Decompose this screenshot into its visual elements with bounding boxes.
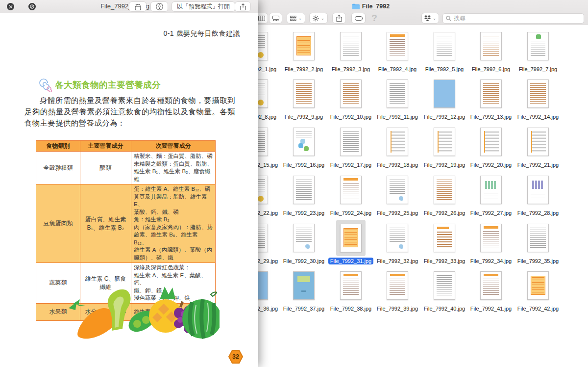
file-name-label: File_7992_17.jpg: [328, 161, 373, 168]
file-name-label: File_7992_19.jpg: [422, 161, 467, 168]
file-thumbnail: [476, 220, 506, 256]
file-item[interactable]: File_7992_37.jpg: [282, 267, 326, 312]
close-button[interactable]: [7, 3, 14, 10]
section-title: 各大類食物的主要營養成分: [55, 79, 161, 91]
prohibit-button[interactable]: [28, 3, 36, 10]
dropbox-icon: [424, 15, 431, 21]
file-name-label: File_7992_2.jpg: [283, 66, 325, 73]
file-name-label: File_7992_13.jpg: [468, 113, 514, 120]
file-item[interactable]: File_7992_6.jpg: [469, 28, 513, 73]
file-item[interactable]: File_7992_26.jpg: [422, 172, 466, 216]
file-name-label: File_7992_35.jpg: [515, 258, 561, 264]
file-item[interactable]: File_7992_5.jpg: [422, 28, 466, 73]
file-thumbnail: [476, 124, 506, 160]
gallery-view-button[interactable]: [269, 13, 282, 24]
file-thumbnail: [258, 172, 272, 208]
file-item[interactable]: File_7992_28.jpg: [516, 172, 560, 216]
file-thumbnail: [476, 76, 506, 112]
file-thumbnail: [383, 124, 412, 160]
file-item[interactable]: File_7992_9.jpg: [282, 76, 326, 120]
file-item[interactable]: File_7992_40.jpg: [422, 267, 466, 312]
document-header: 0-1 歲嬰兒每日飲食建議: [163, 29, 240, 38]
file-name-label: File_7992_22.jpg: [258, 210, 280, 216]
file-item[interactable]: File_7992_13.jpg: [469, 76, 513, 120]
main-nutrients-cell: 醣類: [80, 152, 131, 184]
file-item[interactable]: File_7992_32.jpg: [375, 220, 419, 264]
file-item[interactable]: File_7992_33.jpg: [422, 220, 466, 264]
search-input[interactable]: 搜尋: [442, 13, 584, 24]
file-name-label: File_7992_38.jpg: [328, 305, 373, 312]
file-name-label: File_7992_30.jpg: [281, 258, 326, 264]
file-item[interactable]: File_7992_34.jpg: [469, 220, 513, 264]
file-item[interactable]: File_7992_31.jpg: [329, 220, 373, 264]
file-item[interactable]: File_7992_22.jpg: [258, 172, 279, 216]
file-item[interactable]: File_7992_25.jpg: [375, 172, 419, 216]
icon-grid-icon: [290, 16, 296, 21]
file-thumbnail: [430, 267, 459, 304]
open-in-preview-button[interactable]: 以「預覽程式」打開: [172, 1, 235, 12]
file-item[interactable]: File_7992_20.jpg: [469, 124, 513, 168]
file-item[interactable]: File_7992_21.jpg: [516, 124, 560, 168]
help-icon[interactable]: ?: [369, 13, 380, 24]
file-item[interactable]: File_7992_42.jpg: [516, 267, 560, 312]
folder-icon: [352, 3, 360, 9]
file-item[interactable]: File_7992_27.jpg: [469, 172, 513, 216]
rotate-button[interactable]: [129, 1, 147, 12]
file-item[interactable]: File_7992_36.jpg: [258, 267, 279, 312]
file-item[interactable]: File_7992_35.jpg: [516, 220, 560, 264]
tag-button[interactable]: [351, 13, 366, 24]
file-item[interactable]: File_7992_41.jpg: [469, 267, 513, 312]
share-icon: [240, 3, 246, 10]
markup-pen-icon: [156, 3, 163, 10]
file-name-label: File_7992_37.jpg: [281, 305, 326, 312]
file-item[interactable]: File_7992_38.jpg: [329, 267, 373, 312]
file-item[interactable]: File_7992_19.jpg: [422, 124, 466, 168]
file-item[interactable]: File_7992_23.jpg: [282, 172, 326, 216]
file-item[interactable]: File_7992_12.jpg: [422, 76, 466, 120]
file-item[interactable]: File_7992_17.jpg: [329, 124, 373, 168]
columns-icon: [258, 16, 265, 21]
file-item[interactable]: File_7992_29.jpg: [258, 220, 279, 264]
secondary-nutrients-cell: 蛋：維生素 A、維生素 B₁₂、磷 黃豆及其製品：脂肪、維生素 E、 葉酸、鈣、…: [131, 184, 216, 263]
file-thumbnail: [383, 172, 412, 208]
file-name-label: File_7992_4.jpg: [376, 66, 418, 73]
file-item[interactable]: File_7992_8.jpg: [258, 76, 279, 120]
file-item[interactable]: File_7992_15.jpg: [258, 124, 279, 168]
file-item[interactable]: File_7992_30.jpg: [282, 220, 326, 264]
file-name-label: File_7992_12.jpg: [422, 113, 467, 120]
dropbox-menu-button[interactable]: ⌄: [421, 13, 439, 24]
file-thumbnail: [258, 76, 272, 112]
file-name-label: File_7992_25.jpg: [375, 210, 420, 216]
file-item[interactable]: File_7992_4.jpg: [375, 28, 419, 73]
file-item[interactable]: File_7992_3.jpg: [329, 28, 373, 73]
markup-button[interactable]: [150, 1, 168, 12]
file-thumbnail: [523, 28, 553, 64]
file-item[interactable]: File_7992_16.jpg: [282, 124, 326, 168]
file-thumbnail: [289, 172, 318, 208]
file-item[interactable]: File_7992_11.jpg: [375, 76, 419, 120]
file-item[interactable]: File_7992_1.jpg: [258, 28, 279, 73]
file-item[interactable]: File_7992_2.jpg: [282, 28, 326, 73]
action-menu-button[interactable]: ⌄: [309, 13, 328, 24]
file-thumbnail: [476, 172, 506, 208]
secondary-nutrients-cell: 精製米、麵：蛋白質、脂肪、磷 未精製之穀類：蛋白質、脂肪、 維生素 B₁、維生素…: [131, 152, 216, 184]
page-number: 32: [228, 349, 243, 364]
file-item[interactable]: File_7992_24.jpg: [329, 172, 373, 216]
file-item[interactable]: File_7992_10.jpg: [329, 76, 373, 120]
file-item[interactable]: File_7992_7.jpg: [516, 28, 560, 73]
file-item[interactable]: File_7992_39.jpg: [375, 267, 419, 312]
share-button[interactable]: [235, 1, 251, 12]
file-item[interactable]: File_7992_14.jpg: [516, 76, 560, 120]
file-name-label: File_7992_24.jpg: [328, 210, 373, 216]
file-item[interactable]: File_7992_18.jpg: [375, 124, 419, 168]
table-row: 全穀雜糧類 醣類 精製米、麵：蛋白質、脂肪、磷 未精製之穀類：蛋白質、脂肪、 維…: [36, 152, 216, 184]
file-name-label: File_7992_14.jpg: [515, 113, 561, 120]
file-name-label: File_7992_1.jpg: [258, 66, 278, 73]
search-icon: [446, 16, 451, 21]
file-name-label: File_7992_10.jpg: [328, 113, 373, 120]
file-thumbnail: [430, 124, 459, 160]
file-thumbnail: [289, 267, 318, 304]
file-name-label: File_7992_41.jpg: [468, 305, 514, 312]
icon-view-menu-button[interactable]: ⌄: [287, 13, 305, 24]
share-button[interactable]: [332, 13, 346, 24]
